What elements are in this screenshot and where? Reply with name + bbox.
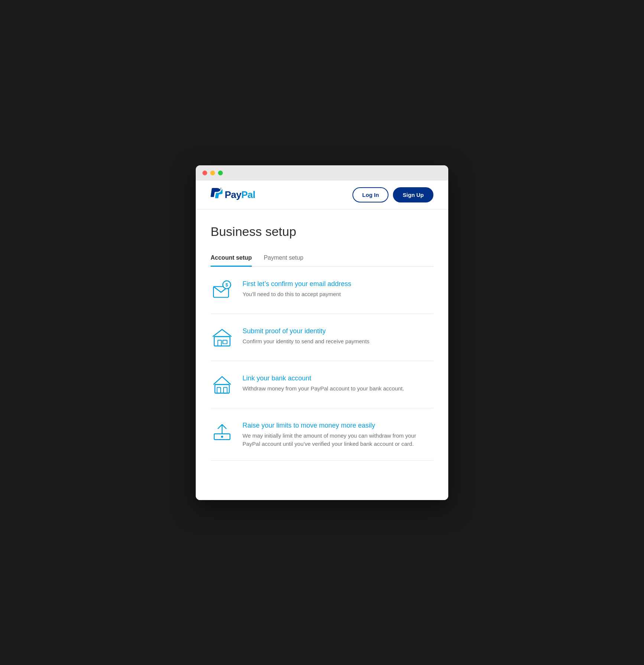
title-bar [196,165,448,181]
identity-item-text: Submit proof of your identity Confirm yo… [243,326,433,346]
svg-rect-4 [218,340,221,346]
close-button[interactable] [202,171,207,175]
bank-item-title[interactable]: Link your bank account [243,374,433,382]
paypal-logo-icon [211,188,222,202]
limits-item-title[interactable]: Raise your limits to move money more eas… [243,422,433,429]
maximize-button[interactable] [218,171,223,175]
signup-button[interactable]: Sign Up [393,187,433,202]
login-button[interactable]: Log In [352,187,388,202]
limits-item-text: Raise your limits to move money more eas… [243,420,433,448]
svg-rect-8 [217,387,221,393]
nav-buttons: Log In Sign Up [352,187,433,202]
identity-item-title[interactable]: Submit proof of your identity [243,327,433,335]
tab-account-setup[interactable]: Account setup [211,250,252,267]
upload-icon [211,420,234,443]
logo-text: PayPal [225,189,255,201]
email-icon: $ [211,279,234,302]
email-item-text: First let’s confirm your email address Y… [243,279,433,299]
main-content: Business setup Account setup Payment set… [196,210,448,476]
limits-item-desc: We may initially limit the amount of mon… [243,432,433,448]
bank-item-desc: Withdraw money from your PayPal account … [243,385,433,393]
svg-rect-3 [214,337,230,346]
bank-item-text: Link your bank account Withdraw money fr… [243,373,433,393]
email-item-desc: You’ll need to do this to accept payment [243,290,433,299]
setup-item-bank: Link your bank account Withdraw money fr… [211,361,433,408]
setup-item-limits: Raise your limits to move money more eas… [211,408,433,461]
minimize-button[interactable] [210,171,215,175]
browser-content: PayPal Log In Sign Up Business setup Acc… [196,181,448,500]
bank-icon [211,373,234,396]
browser-window: PayPal Log In Sign Up Business setup Acc… [196,165,448,500]
identity-item-desc: Confirm your identity to send and receiv… [243,337,433,346]
store-icon [211,326,234,349]
svg-text:$: $ [225,282,228,288]
svg-rect-9 [224,387,227,393]
setup-item-confirm-email: $ First let’s confirm your email address… [211,267,433,314]
svg-point-13 [221,435,223,438]
setup-list: $ First let’s confirm your email address… [211,267,433,461]
logo: PayPal [211,188,255,202]
navbar: PayPal Log In Sign Up [196,181,448,210]
email-item-title[interactable]: First let’s confirm your email address [243,280,433,288]
tab-payment-setup[interactable]: Payment setup [264,250,303,267]
svg-rect-5 [223,340,227,344]
page-title: Business setup [211,224,433,239]
tabs: Account setup Payment setup [211,250,433,267]
setup-item-identity: Submit proof of your identity Confirm yo… [211,314,433,361]
